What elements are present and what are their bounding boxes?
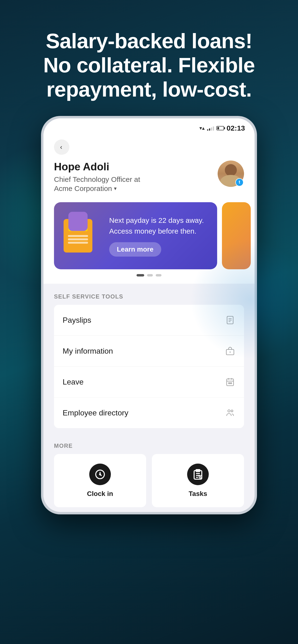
carousel-dot-2[interactable] [147,274,153,276]
status-icons: ▾▴ 02:13 [199,124,245,132]
phone-device: ▾▴ 02:13 ‹ Hope Adoli Chie [41,116,257,514]
document-icon [225,315,235,325]
svg-point-12 [228,410,230,412]
leave-label: Leave [63,378,83,386]
company-dropdown-icon: ▾ [114,186,117,192]
loan-purple-box [68,212,88,231]
employee-directory-label: Employee directory [63,408,128,417]
tasks-icon-bg [187,464,209,485]
banner-text: Next payday is 22 days away. Access mone… [109,215,208,256]
calendar-icon [225,376,235,387]
wifi-icon: ▾▴ [199,125,205,131]
twitter-icon: t [239,180,240,185]
loan-line [68,242,88,244]
clock-in-icon-bg [89,464,111,485]
svg-rect-6 [227,379,234,386]
user-info-row: Hope Adoli Chief Technology Officer at A… [54,160,244,193]
status-time: 02:13 [226,124,245,132]
menu-item-employee-directory[interactable]: Employee directory [54,398,244,428]
loan-line [68,235,88,237]
self-service-section: SELF SERVICE TOOLS Payslips [43,284,255,433]
svg-rect-11 [231,383,232,384]
self-service-section-label: SELF SERVICE TOOLS [54,293,244,300]
banner-card-loan[interactable]: Next payday is 22 days away. Access mone… [54,202,217,269]
banner-card-orange [222,202,251,269]
carousel-container: Next payday is 22 days away. Access mone… [43,202,255,269]
menu-item-payslips[interactable]: Payslips [54,305,244,336]
company-name: Acme Corporation [54,184,112,192]
svg-rect-10 [229,383,230,384]
carousel-dots [43,269,255,279]
svg-line-17 [100,474,101,476]
back-button[interactable]: ‹ [54,140,69,155]
loan-illustration [64,212,102,260]
more-card-tasks[interactable]: Tasks [152,454,244,507]
clipboard-icon [192,468,204,480]
banner-message: Next payday is 22 days away. Access mone… [109,215,208,236]
payslips-label: Payslips [63,316,91,325]
twitter-badge: t [235,178,244,186]
clock-in-label: Clock in [87,490,113,498]
user-name: Hope Adoli [54,160,218,173]
self-service-menu-list: Payslips My information [54,305,244,428]
more-cards: Clock in [54,454,244,507]
banner-carousel-area: Next payday is 22 days away. Access mone… [43,202,255,284]
avatar-container: t [218,160,244,187]
user-details: Hope Adoli Chief Technology Officer at A… [54,160,218,193]
carousel-dot-3[interactable] [156,274,162,276]
tasks-label: Tasks [189,490,207,498]
more-card-clock-in[interactable]: Clock in [54,454,146,507]
status-bar: ▾▴ 02:13 [43,118,255,135]
clock-icon [94,468,106,480]
battery-icon [216,126,224,130]
headline-area: Salary-backed loans! No collateral. Flex… [0,0,298,116]
signal-icon [207,126,214,130]
menu-item-leave[interactable]: Leave [54,366,244,398]
more-section: MORE Clock in [43,433,255,512]
learn-more-button[interactable]: Learn more [109,242,161,256]
svg-point-13 [231,410,233,412]
people-icon [225,408,235,418]
user-title: Chief Technology Officer at [54,174,218,184]
phone-screen: ▾▴ 02:13 ‹ Hope Adoli Chie [43,118,255,512]
loan-line [68,238,88,240]
more-section-label: MORE [54,442,244,449]
my-information-label: My information [63,347,113,356]
carousel-dot-1[interactable] [136,274,144,276]
header-area: ‹ Hope Adoli Chief Technology Officer at… [43,135,255,202]
user-company[interactable]: Acme Corporation ▾ [54,184,218,192]
briefcase-icon [225,346,235,356]
headline-text: Salary-backed loans! No collateral. Flex… [19,29,279,102]
back-chevron-icon: ‹ [60,143,62,151]
loan-lines [68,235,88,244]
menu-item-my-information[interactable]: My information [54,336,244,366]
